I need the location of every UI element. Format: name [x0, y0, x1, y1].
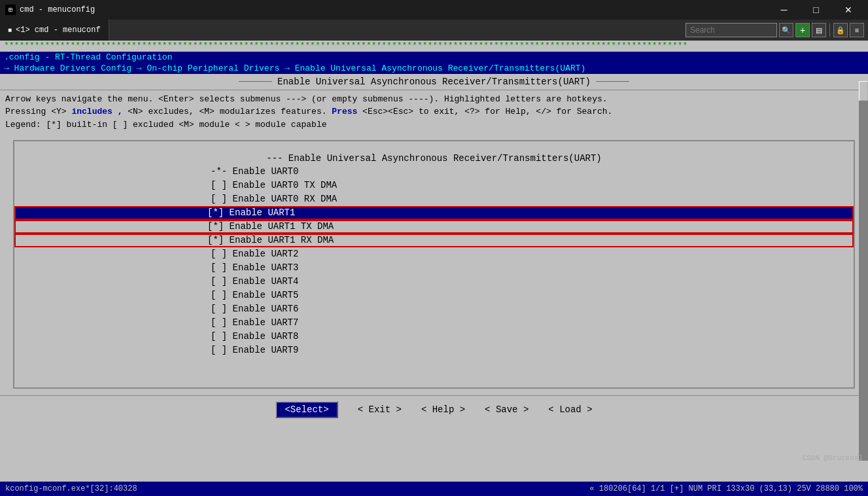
menu-item-uart0-rx[interactable]: [ ] Enable UART0 RX DMA [14, 192, 854, 206]
menu-item-uart7[interactable]: [ ] Enable UART7 [14, 316, 854, 330]
menu-item-uart1-rx[interactable]: [*] Enable UART1 RX DMA [14, 234, 854, 247]
config-title: .config - RT-Thread Configuration [4, 52, 172, 62]
includes-highlight: includes , [71, 107, 122, 116]
menu-title-text: Enable Universal Asynchronous Receiver/T… [277, 77, 591, 87]
menu-item-uart4[interactable]: [ ] Enable UART4 [14, 275, 854, 289]
info-line-3: Legend: [*] built-in [ ] excluded <M> mo… [5, 118, 863, 132]
scrollbar[interactable] [859, 81, 868, 461]
status-left: kconfig-mconf.exe*[32]:40328 [5, 484, 137, 493]
add-button[interactable]: + [795, 23, 810, 37]
menu-item-uart5[interactable]: [ ] Enable UART5 [14, 289, 854, 302]
exit-button[interactable]: < Exit > [358, 404, 402, 415]
breadcrumb-text: → Hardware Drivers Config → On-chip Peri… [4, 63, 585, 73]
app-icon: ⊞ [5, 5, 16, 15]
menu-items-list: --- Enable Universal Asynchronous Receiv… [14, 152, 854, 357]
help-button[interactable]: < Help > [421, 404, 465, 415]
terminal-icon: ■ [8, 27, 12, 34]
window-title: cmd - menuconfig [20, 5, 95, 14]
lock-button[interactable]: 🔒 [833, 23, 848, 37]
search-button[interactable]: 🔍 [779, 23, 793, 37]
info-line-2: Pressing <Y> includes , <N> excludes, <M… [5, 105, 863, 118]
tab-cmd-menuconf[interactable]: ■ <1> cmd - menuconf [0, 20, 109, 41]
maximize-button[interactable]: □ [801, 3, 831, 16]
view-button[interactable]: ▤ [812, 23, 826, 37]
tab-toolbar-row: ■ <1> cmd - menuconf 🔍 + ▤ 🔒 ≡ [0, 20, 868, 41]
scrollbar-thumb[interactable] [859, 81, 868, 101]
load-button[interactable]: < Load > [548, 404, 592, 415]
breadcrumb-nav: → Hardware Drivers Config → On-chip Peri… [0, 63, 868, 74]
select-button[interactable]: <Select> [275, 401, 338, 418]
title-bar-controls: ─ □ ✕ [769, 3, 863, 16]
info-area: Arrow keys navigate the menu. <Enter> se… [0, 90, 868, 134]
menu-item-uart0[interactable]: -*- Enable UART0 [14, 165, 854, 179]
settings-button[interactable]: ≡ [850, 23, 864, 37]
info-line-1: Arrow keys navigate the menu. <Enter> se… [5, 93, 863, 106]
separator-1 [829, 24, 830, 37]
menu-title-dashes-left: ────── [239, 77, 277, 87]
tab-label: <1> cmd - menuconf [16, 26, 101, 35]
search-input[interactable] [686, 23, 777, 37]
save-button[interactable]: < Save > [485, 404, 529, 415]
bottom-bar: <Select> < Exit > < Help > < Save > < Lo… [0, 395, 868, 423]
press-highlight: Press [332, 107, 357, 116]
minimize-button[interactable]: ─ [769, 3, 799, 16]
status-bar: kconfig-mconf.exe*[32]:40328 « 180206[64… [0, 482, 868, 496]
menu-item-uart1[interactable]: [*] Enable UART1 [14, 206, 854, 220]
toolbar-area: 🔍 + ▤ 🔒 ≡ [682, 20, 868, 41]
deco-line: ****************************************… [0, 41, 868, 52]
main-window: ⊞ cmd - menuconfig ─ □ ✕ ■ <1> cmd - men… [0, 0, 868, 496]
status-right: « 180206[64] 1/1 [+] NUM PRI 133x30 (33,… [589, 484, 863, 493]
content-area: ****************************************… [0, 41, 868, 482]
menu-item-uart2[interactable]: [ ] Enable UART2 [14, 247, 854, 261]
menu-item-uart9[interactable]: [ ] Enable UART9 [14, 344, 854, 357]
menu-item-uart1-tx[interactable]: [*] Enable UART1 TX DMA [14, 220, 854, 234]
menu-item-uart0-tx[interactable]: [ ] Enable UART0 TX DMA [14, 179, 854, 192]
menu-title-dashes-right: ────── [596, 77, 629, 87]
title-bar: ⊞ cmd - menuconfig ─ □ ✕ [0, 0, 868, 20]
config-line: .config - RT-Thread Configuration [0, 52, 868, 63]
watermark: CSDN @Bruceoxl [803, 454, 863, 462]
menu-item-uart3[interactable]: [ ] Enable UART3 [14, 261, 854, 275]
menu-box: --- Enable Universal Asynchronous Receiv… [13, 140, 855, 389]
close-button[interactable]: ✕ [833, 3, 863, 16]
title-bar-left: ⊞ cmd - menuconfig [5, 5, 95, 15]
menu-item-uart8[interactable]: [ ] Enable UART8 [14, 330, 854, 344]
tab-spacer [109, 20, 682, 41]
menu-item-uart6[interactable]: [ ] Enable UART6 [14, 302, 854, 316]
menu-title-bar: ────── Enable Universal Asynchronous Rec… [0, 74, 868, 90]
menu-item-header: --- Enable Universal Asynchronous Receiv… [14, 152, 854, 165]
